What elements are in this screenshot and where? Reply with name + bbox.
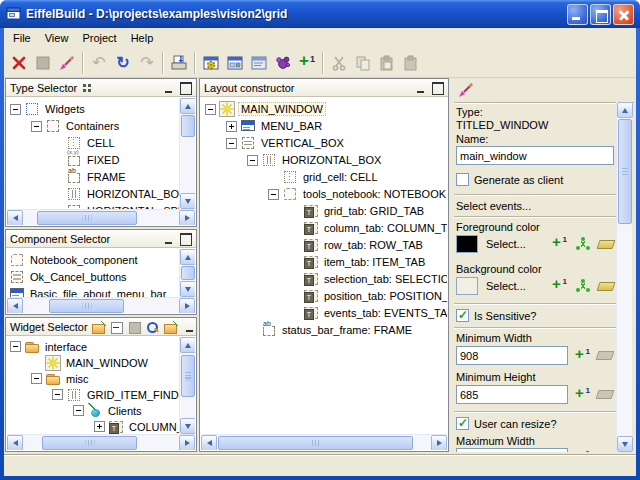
wizard-button[interactable]	[271, 51, 295, 75]
layout-constructor-header[interactable]: Layout constructor	[200, 79, 448, 97]
panel-minimize-button[interactable]	[184, 321, 197, 333]
tree-item-main-window[interactable]: MAIN_WINDOW	[204, 100, 447, 117]
menu-view[interactable]: View	[38, 30, 76, 47]
vertical-scrollbar[interactable]	[179, 249, 195, 297]
new-folder-icon[interactable]	[91, 320, 106, 334]
panel-maximize-button[interactable]	[179, 82, 192, 94]
undo-button[interactable]: ↶	[87, 51, 111, 75]
scroll-down-button[interactable]	[617, 436, 633, 452]
tree-item-grid-cell[interactable]: grid_cell: CELL	[204, 168, 447, 185]
tree-item-horizontal-box[interactable]: HORIZONTAL_BOX	[204, 151, 447, 168]
scroll-right-button[interactable]	[431, 435, 447, 450]
add-one-icon[interactable]	[575, 388, 590, 402]
gray-box-icon[interactable]	[127, 320, 142, 334]
scroll-up-button[interactable]	[180, 98, 195, 114]
collapse-expander-icon[interactable]	[31, 373, 42, 384]
add-one-icon[interactable]	[552, 279, 567, 293]
collapse-expander-icon[interactable]	[247, 155, 258, 166]
merge-nodes-icon[interactable]	[575, 237, 590, 251]
move-widget-icon[interactable]	[163, 320, 178, 334]
panel-minimize-button[interactable]	[163, 82, 176, 94]
generate-as-client-checkbox[interactable]	[456, 173, 469, 186]
tree-item-misc[interactable]: misc	[9, 370, 195, 386]
horizontal-scrollbar[interactable]	[7, 434, 195, 450]
tree-item-frame[interactable]: FRAME	[9, 168, 195, 185]
eraser-disabled-icon[interactable]	[596, 351, 615, 360]
background-color-swatch[interactable]	[456, 277, 478, 295]
tree-item-fixed[interactable]: FIXED	[9, 151, 195, 168]
tree-item-events-tab[interactable]: events_tab: EVENTS_TAB	[204, 304, 447, 321]
scroll-up-button[interactable]	[617, 102, 633, 118]
scroll-right-button[interactable]	[179, 435, 195, 450]
tree-item-horizontal-box[interactable]: HORIZONTAL_BOX	[9, 185, 195, 202]
scroll-up-button[interactable]	[180, 337, 195, 353]
tree-item-widgets[interactable]: Widgets	[9, 100, 195, 117]
merge-nodes-icon[interactable]	[575, 279, 590, 293]
scrollbar-thumb[interactable]	[181, 115, 195, 137]
scroll-up-button[interactable]	[180, 249, 195, 265]
paste-special-button[interactable]	[399, 51, 423, 75]
generate-settings-button[interactable]	[199, 51, 223, 75]
add-one-button[interactable]	[295, 51, 319, 75]
paste-button[interactable]	[375, 51, 399, 75]
panel-minimize-button[interactable]	[415, 82, 428, 94]
tree-item-column-tab[interactable]: column_tab: COLUMN_TAB	[204, 219, 447, 236]
paintbrush-button[interactable]	[55, 51, 79, 75]
copy-button[interactable]	[351, 51, 375, 75]
tree-item-clients[interactable]: Clients	[9, 402, 195, 418]
horizontal-scrollbar[interactable]	[7, 297, 195, 313]
tree-item-column-tab[interactable]: COLUMN_TAB	[9, 418, 195, 434]
new-disabled-icon[interactable]	[31, 51, 55, 75]
foreground-color-swatch[interactable]	[456, 235, 478, 253]
eraser-icon[interactable]	[597, 240, 616, 249]
scroll-left-button[interactable]	[201, 435, 217, 450]
vertical-scrollbar[interactable]	[179, 98, 195, 209]
scroll-down-button[interactable]	[180, 281, 195, 297]
panel-minimize-button[interactable]	[163, 233, 176, 245]
scrollbar-thumb[interactable]	[42, 436, 137, 450]
vertical-scrollbar[interactable]	[616, 102, 632, 452]
expand-expander-icon[interactable]	[226, 121, 237, 132]
window-preview-button[interactable]	[223, 51, 247, 75]
collapse-expander-icon[interactable]	[226, 138, 237, 149]
collapse-expander-icon[interactable]	[268, 189, 279, 200]
foreground-select-link[interactable]: Select...	[486, 238, 544, 250]
scroll-down-button[interactable]	[180, 193, 195, 209]
tree-item-position-tab[interactable]: position_tab: POSITION_TAB	[204, 287, 447, 304]
cut-button[interactable]	[327, 51, 351, 75]
menu-file[interactable]: File	[6, 30, 38, 47]
tree-item-selection-tab[interactable]: selection_tab: SELECTION_TAB	[204, 270, 447, 287]
tree-item-status-bar-frame[interactable]: status_bar_frame: FRAME	[204, 321, 447, 338]
list-item-notebook-component[interactable]: Notebook_component	[9, 251, 195, 268]
menu-project[interactable]: Project	[75, 30, 123, 47]
window-code-button[interactable]	[247, 51, 271, 75]
expand-all-icon[interactable]	[109, 320, 124, 334]
component-selector-header[interactable]: Component Selector	[6, 230, 196, 248]
background-select-link[interactable]: Select...	[486, 280, 544, 292]
widget-selector-header[interactable]: Widget Selector	[6, 318, 196, 336]
maximize-button[interactable]	[590, 4, 611, 25]
expand-expander-icon[interactable]	[94, 421, 105, 432]
minimum-width-input[interactable]	[456, 346, 568, 365]
paintbrush-tool-button[interactable]	[454, 78, 478, 102]
tree-item-containers[interactable]: Containers	[9, 117, 195, 134]
collapse-expander-icon[interactable]	[73, 405, 84, 416]
scroll-right-button[interactable]	[179, 210, 195, 225]
scrollbar-thumb[interactable]	[49, 299, 124, 313]
collapse-expander-icon[interactable]	[205, 104, 216, 115]
scrollbar-thumb[interactable]	[618, 119, 632, 224]
scroll-left-button[interactable]	[7, 298, 23, 313]
is-sensitive-checkbox[interactable]	[456, 309, 469, 322]
scrollbar-thumb[interactable]	[37, 211, 137, 225]
maximum-width-input[interactable]	[456, 448, 568, 452]
close-button[interactable]	[613, 4, 634, 25]
select-events-link[interactable]: Select events...	[456, 200, 614, 212]
scrollbar-thumb[interactable]	[218, 436, 413, 450]
tree-item-menu-bar[interactable]: MENU_BAR	[204, 117, 447, 134]
tree-item-row-tab[interactable]: row_tab: ROW_TAB	[204, 236, 447, 253]
minimize-button[interactable]	[567, 4, 588, 25]
eraser-icon[interactable]	[597, 282, 616, 291]
collapse-expander-icon[interactable]	[31, 121, 42, 132]
tree-item-cell[interactable]: CELL	[9, 134, 195, 151]
user-can-resize-checkbox[interactable]	[456, 417, 469, 430]
